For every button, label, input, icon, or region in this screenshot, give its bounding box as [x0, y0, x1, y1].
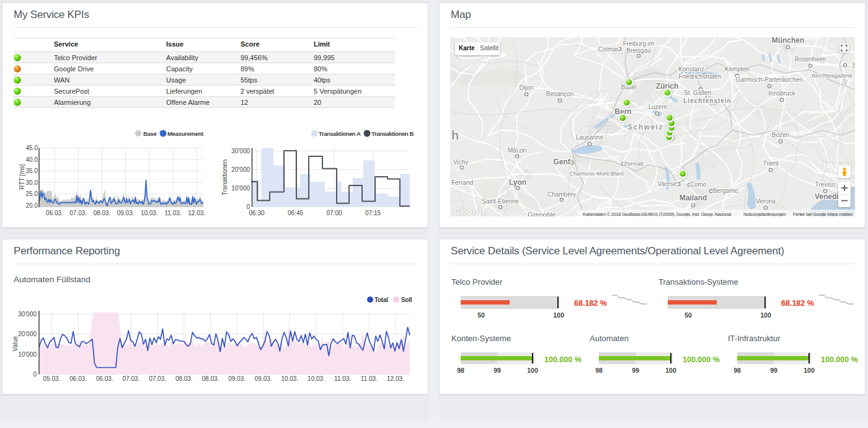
- svg-text:07.03.: 07.03.: [69, 210, 87, 216]
- svg-text:11.03.: 11.03.: [334, 375, 351, 382]
- svg-text:Ferrand: Ferrand: [451, 179, 473, 186]
- svg-text:Besançon: Besançon: [546, 91, 574, 97]
- svg-text:Genf: Genf: [553, 158, 570, 166]
- svg-text:10'000: 10'000: [231, 185, 250, 192]
- svg-text:Measurement: Measurement: [167, 130, 204, 137]
- svg-text:20.0: 20.0: [26, 202, 38, 209]
- svg-text:Konstanz: Konstanz: [678, 66, 704, 73]
- svg-text:Bozen: Bozen: [772, 132, 789, 138]
- svg-text:06:30: 06:30: [249, 210, 264, 216]
- svg-text:08.03.: 08.03.: [202, 375, 219, 382]
- svg-text:Value: Value: [12, 336, 19, 351]
- svg-text:30'000: 30'000: [231, 148, 250, 154]
- svg-text:20'000: 20'000: [231, 166, 250, 173]
- svg-text:Treviso: Treviso: [815, 181, 836, 188]
- svg-text:Bergamo: Bergamo: [713, 187, 738, 194]
- svg-text:Como: Como: [690, 181, 707, 188]
- svg-text:Luzern: Luzern: [649, 104, 668, 110]
- svg-text:Chambéry: Chambéry: [547, 191, 576, 198]
- svg-text:12.03.: 12.03.: [188, 210, 205, 216]
- svg-text:09.03.: 09.03.: [117, 210, 135, 216]
- svg-text:35.0: 35.0: [26, 167, 38, 174]
- svg-text:Rosenheim: Rosenheim: [795, 56, 826, 63]
- svg-text:25.0: 25.0: [26, 190, 38, 197]
- svg-text:RTT [ms]: RTT [ms]: [19, 164, 25, 189]
- svg-text:07:00: 07:00: [326, 210, 342, 216]
- svg-text:Varese: Varese: [658, 181, 677, 187]
- svg-text:Freiburg im: Freiburg im: [623, 40, 655, 47]
- svg-text:Kempten: Kempten: [725, 66, 750, 73]
- svg-text:11.03.: 11.03.: [361, 375, 378, 382]
- svg-text:Soll: Soll: [401, 296, 412, 303]
- svg-text:07.03.: 07.03.: [149, 375, 166, 382]
- svg-text:Mâcon: Mâcon: [508, 147, 526, 154]
- svg-text:Liechtenstein: Liechtenstein: [683, 97, 731, 104]
- svg-text:Berchtesgadene: Berchtesgadene: [812, 73, 852, 79]
- svg-text:München: München: [772, 37, 805, 45]
- svg-text:30.0: 30.0: [26, 179, 38, 186]
- svg-text:12.03.: 12.03.: [387, 375, 404, 382]
- svg-text:Breisgau: Breisgau: [626, 47, 650, 54]
- svg-text:40.0: 40.0: [26, 156, 38, 163]
- svg-text:10.03.: 10.03.: [141, 210, 158, 216]
- svg-text:Schweiz: Schweiz: [627, 123, 663, 132]
- svg-text:06:45: 06:45: [288, 210, 303, 216]
- svg-text:Sa: Sa: [852, 62, 855, 69]
- svg-text:Saint-Étienne: Saint-Étienne: [482, 197, 519, 205]
- svg-text:Total: Total: [374, 296, 388, 303]
- svg-text:Chamonix-Mont-Blanc: Chamonix-Mont-Blanc: [569, 171, 625, 177]
- svg-text:Verona: Verona: [756, 198, 776, 205]
- svg-text:Zermatt: Zermatt: [624, 161, 644, 167]
- svg-text:Mailand: Mailand: [680, 194, 707, 202]
- svg-text:30'000: 30'000: [18, 311, 37, 318]
- svg-text:Transaktionen A: Transaktionen A: [319, 130, 361, 137]
- svg-text:h: h: [451, 128, 459, 142]
- svg-text:Tranaktionen: Tranaktionen: [221, 159, 228, 195]
- svg-text:St. Gallen: St. Gallen: [684, 89, 711, 96]
- svg-text:Friedrichshafen: Friedrichshafen: [679, 73, 722, 80]
- svg-text:Vichy: Vichy: [453, 159, 468, 166]
- svg-text:06.03.: 06.03.: [69, 375, 87, 382]
- svg-text:08.03.: 08.03.: [93, 210, 110, 216]
- svg-text:06.03.: 06.03.: [46, 210, 63, 216]
- svg-text:Lyon: Lyon: [509, 178, 526, 187]
- svg-text:Lausanne: Lausanne: [576, 134, 603, 141]
- svg-text:20'000: 20'000: [18, 331, 37, 337]
- svg-text:10.03.: 10.03.: [281, 375, 298, 382]
- svg-text:Trient: Trient: [763, 160, 778, 167]
- svg-text:11.03.: 11.03.: [164, 210, 181, 216]
- svg-text:10'000: 10'000: [18, 351, 37, 358]
- svg-text:09.03.: 09.03.: [228, 375, 246, 382]
- svg-text:10.03.: 10.03.: [308, 375, 325, 382]
- svg-text:07:15: 07:15: [365, 210, 381, 216]
- svg-text:45.0: 45.0: [26, 145, 38, 151]
- svg-text:0: 0: [33, 371, 37, 378]
- svg-text:Base: Base: [143, 130, 157, 137]
- svg-text:Garmisch-Partenkirchen: Garmisch-Partenkirchen: [736, 76, 803, 83]
- svg-text:06.03.: 06.03.: [96, 375, 113, 382]
- svg-text:09.03.: 09.03.: [255, 375, 272, 382]
- svg-text:08.03.: 08.03.: [175, 375, 193, 382]
- svg-text:07.03.: 07.03.: [122, 375, 140, 382]
- svg-text:Colmar: Colmar: [598, 46, 619, 53]
- svg-text:Innsbruck: Innsbruck: [768, 90, 795, 97]
- svg-text:05.03.: 05.03.: [43, 375, 61, 382]
- svg-text:Grenoble: Grenoble: [528, 211, 556, 216]
- svg-text:Dijon: Dijon: [520, 84, 534, 91]
- svg-text:Transaktionen B: Transaktionen B: [371, 130, 414, 137]
